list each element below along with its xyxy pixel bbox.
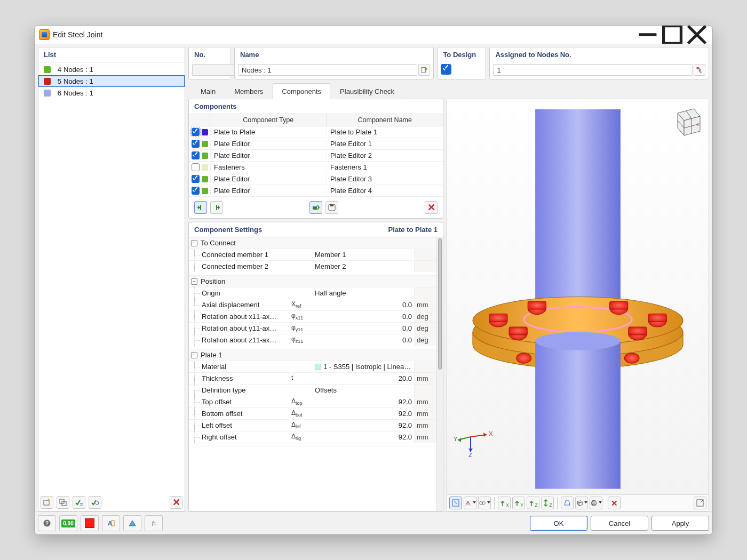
text-settings-button[interactable]: A xyxy=(102,515,120,531)
component-color xyxy=(202,153,208,159)
move-right-button[interactable] xyxy=(210,201,223,214)
list-panel: List 4 Nodes : 1 5 Nodes : 1 6 Nodes : 1… xyxy=(38,47,185,511)
app-icon xyxy=(39,29,50,40)
remove-view-button[interactable]: ✕ xyxy=(608,497,621,509)
check-all-button[interactable] xyxy=(73,496,85,509)
svg-rect-7 xyxy=(313,206,317,210)
print-button[interactable] xyxy=(590,497,602,509)
assigned-input[interactable] xyxy=(493,64,693,76)
component-row[interactable]: Plate Editor Plate Editor 3 xyxy=(189,173,443,185)
settings-scrollbar[interactable] xyxy=(436,237,443,511)
analysis-button[interactable] xyxy=(123,515,141,531)
list-item[interactable]: 6 Nodes : 1 xyxy=(38,87,185,99)
component-row[interactable]: Plate to Plate Plate to Plate 1 xyxy=(189,126,443,138)
formula-button[interactable]: f𝑥 xyxy=(145,515,163,531)
expand-viewer-button[interactable] xyxy=(694,497,706,509)
axis-x-button[interactable]: X xyxy=(498,497,511,509)
close-button[interactable] xyxy=(685,27,709,43)
tab-members[interactable]: Members xyxy=(225,83,272,99)
copy-item-button[interactable] xyxy=(57,496,69,509)
component-check[interactable] xyxy=(192,140,200,148)
svg-marker-65 xyxy=(129,521,136,526)
collapse-icon[interactable]: − xyxy=(191,240,197,246)
prop-row[interactable]: Thickness t 20.0 mm xyxy=(189,372,436,384)
component-row[interactable]: Fasteners Fasteners 1 xyxy=(189,162,443,173)
name-input[interactable] xyxy=(238,64,417,76)
collapse-icon[interactable]: − xyxy=(191,352,197,358)
component-row[interactable]: Plate Editor Plate Editor 1 xyxy=(189,138,443,150)
import-button[interactable] xyxy=(309,201,322,214)
list-item-label: Nodes : 1 xyxy=(63,77,93,85)
prop-row[interactable]: Rotation about z11-ax… φz11 0.0 deg xyxy=(189,334,436,346)
apply-button[interactable]: Apply xyxy=(651,516,709,531)
perspective-button[interactable] xyxy=(561,497,574,509)
component-check[interactable] xyxy=(192,128,200,136)
save-library-button[interactable] xyxy=(325,201,338,214)
design-checkbox[interactable] xyxy=(441,64,451,75)
component-row[interactable]: Plate Editor Plate Editor 4 xyxy=(189,185,443,197)
list-item[interactable]: 4 Nodes : 1 xyxy=(38,63,185,75)
viewer-canvas[interactable]: Y X X Y Z xyxy=(447,99,709,494)
component-type: Plate to Plate xyxy=(210,128,327,136)
svg-text:X: X xyxy=(489,430,493,437)
component-name: Plate Editor 4 xyxy=(327,187,443,195)
minimize-button[interactable] xyxy=(635,27,660,43)
svg-rect-10 xyxy=(535,109,621,317)
prop-group-head[interactable]: − Position xyxy=(189,276,436,287)
nav-cube[interactable]: Y X xyxy=(667,103,704,141)
edit-name-button[interactable] xyxy=(418,64,430,76)
prop-label: Thickness xyxy=(202,374,291,382)
help-button[interactable]: ? xyxy=(38,515,56,531)
delete-item-button[interactable]: ✕ xyxy=(170,496,182,509)
display-mode-button[interactable] xyxy=(575,497,588,509)
prop-row[interactable]: Origin Half angle xyxy=(189,287,436,299)
list-item[interactable]: 5 Nodes : 1 xyxy=(38,75,185,87)
axis-y-button[interactable]: Y xyxy=(512,497,525,509)
prop-unit: mm xyxy=(414,299,436,310)
prop-row[interactable]: Rotation about y11-ax… φy11 0.0 deg xyxy=(189,322,436,334)
move-left-button[interactable] xyxy=(194,201,207,214)
component-check[interactable] xyxy=(192,175,200,183)
check-reset-button[interactable] xyxy=(89,496,101,509)
delete-component-button[interactable]: ✕ xyxy=(425,201,438,214)
prop-row[interactable]: Material 1 - S355 | Isotropic | Linea… xyxy=(189,361,436,372)
component-type: Fasteners xyxy=(210,163,327,171)
tab-main[interactable]: Main xyxy=(192,83,225,99)
tab-plausibility[interactable]: Plausibility Check xyxy=(331,83,403,99)
prop-row[interactable]: Rotation about x11-ax… φx11 0.0 deg xyxy=(189,310,436,322)
prop-row[interactable]: Axial displacement Xref 0.0 mm xyxy=(189,299,436,310)
prop-label: Bottom offset xyxy=(202,410,291,418)
units-button[interactable]: 0,00 xyxy=(59,515,77,531)
new-item-button[interactable] xyxy=(41,496,53,509)
prop-row[interactable]: Bottom offset Δbot 92.0 mm xyxy=(189,407,436,419)
prop-row[interactable]: Connected member 2 Member 2 xyxy=(189,260,436,272)
tab-components[interactable]: Components xyxy=(273,83,330,99)
prop-row[interactable]: Connected member 1 Member 1 xyxy=(189,249,436,260)
axis-up-down-button[interactable]: Z xyxy=(541,497,554,509)
prop-unit: deg xyxy=(414,334,436,346)
component-row[interactable]: Plate Editor Plate Editor 2 xyxy=(189,150,443,162)
prop-label: Right offset xyxy=(202,433,291,441)
view-eye-button[interactable] xyxy=(478,497,491,509)
axis-z-button[interactable]: Z xyxy=(527,497,539,509)
prop-symbol: Δtop xyxy=(291,397,313,406)
prop-row[interactable]: Definition type Offsets xyxy=(189,384,436,396)
ok-button[interactable]: OK xyxy=(530,516,587,531)
prop-group-head[interactable]: − Plate 1 xyxy=(189,349,436,361)
collapse-icon[interactable]: − xyxy=(191,278,197,285)
maximize-button[interactable] xyxy=(660,27,685,43)
prop-group-head[interactable]: − To Connect xyxy=(189,237,436,249)
view-select-button[interactable] xyxy=(449,497,462,509)
prop-row[interactable]: Right offset Δrig 92.0 mm xyxy=(189,431,436,443)
prop-row[interactable]: Left offset Δlef 92.0 mm xyxy=(189,419,436,431)
component-check[interactable] xyxy=(192,163,200,171)
svg-marker-56 xyxy=(579,502,582,506)
component-check[interactable] xyxy=(192,151,200,159)
list-header: List xyxy=(38,47,185,62)
cancel-button[interactable]: Cancel xyxy=(591,516,648,531)
prop-row[interactable]: Top offset Δtop 92.0 mm xyxy=(189,396,436,407)
pick-node-button[interactable] xyxy=(694,64,705,76)
view-axes-button[interactable] xyxy=(464,497,476,509)
component-check[interactable] xyxy=(192,187,200,195)
color-button[interactable] xyxy=(81,515,99,531)
